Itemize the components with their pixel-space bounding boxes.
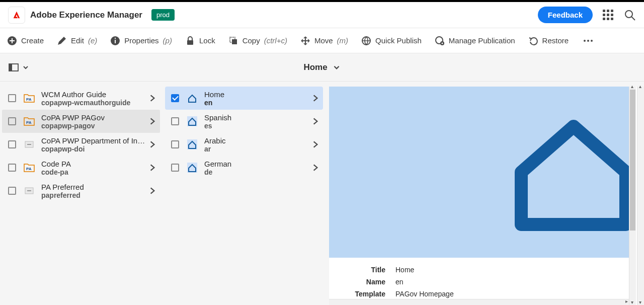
lock-label: Lock: [199, 36, 215, 45]
restore-icon: [528, 36, 538, 46]
item-name: code-pa: [41, 168, 148, 176]
item-title: Code PA: [41, 160, 148, 168]
meta-name-value: en: [395, 278, 404, 286]
chevron-right-icon: [148, 140, 157, 149]
info-circle-icon: [110, 36, 120, 46]
item-title: CoPA PWP PAGov: [41, 113, 148, 122]
checkbox[interactable]: [8, 117, 16, 125]
item-title: Spanish: [204, 113, 311, 122]
quick-publish-button[interactable]: Quick Publish: [361, 36, 422, 46]
svg-text:PA: PA: [26, 167, 32, 171]
item-name: copapwp-pagov: [41, 122, 148, 130]
manage-publication-button[interactable]: Manage Publication: [435, 36, 515, 46]
scrollbar-horizontal[interactable]: ▸: [329, 299, 629, 305]
item-name: de: [204, 168, 311, 176]
chevron-down-icon: [22, 64, 29, 71]
search-icon[interactable]: [624, 9, 636, 21]
move-button[interactable]: Move (m): [300, 36, 348, 46]
edit-button[interactable]: Edit (e): [57, 36, 97, 46]
checkbox[interactable]: [8, 164, 16, 172]
meta-title-value: Home: [395, 266, 414, 274]
list-item[interactable]: PA Code PAcode-pa: [2, 156, 160, 179]
checkbox[interactable]: [171, 94, 179, 102]
list-item[interactable]: Homeen: [165, 87, 323, 110]
list-item[interactable]: PA CoPA PWP PAGovcopapwp-pagov: [2, 110, 160, 133]
list-item[interactable]: PA Preferredpapreferred: [2, 179, 160, 202]
checkbox[interactable]: [8, 187, 16, 195]
properties-button[interactable]: Properties (p): [110, 36, 172, 46]
checkbox[interactable]: [8, 140, 16, 148]
column-pages: Homeen Spanishes Arabicar Germande: [163, 82, 326, 305]
item-title: German: [204, 160, 311, 168]
copy-label: Copy: [243, 36, 260, 45]
breadcrumb[interactable]: Home: [303, 62, 340, 72]
item-title: CoPA PWP Department of Ins…: [41, 136, 148, 145]
copy-icon: [228, 36, 238, 46]
edit-label: Edit: [71, 36, 84, 45]
list-item[interactable]: PA WCM Author Guidecopapwp-wcmauthorguid…: [2, 87, 160, 110]
plus-circle-icon: [7, 36, 17, 46]
chevron-right-icon: [311, 140, 320, 149]
svg-rect-10: [232, 39, 237, 44]
page-home-icon: [186, 92, 198, 104]
preview-metadata: Title Home Name en Template PAGov Homepa…: [329, 258, 644, 300]
chevron-right-icon: [311, 117, 320, 126]
app-title: Adobe Experience Manager: [30, 10, 142, 20]
lock-icon: [185, 36, 195, 46]
create-label: Create: [21, 36, 44, 45]
secondary-bar: Home: [0, 53, 644, 82]
meta-row-template: Template PAGov Homepage: [340, 288, 633, 300]
item-name: es: [204, 122, 311, 130]
checkbox[interactable]: [171, 164, 179, 172]
chevron-right-icon: [311, 163, 320, 172]
item-name: ar: [204, 145, 311, 153]
move-shortcut: (m): [337, 36, 349, 45]
restore-button[interactable]: Restore: [528, 36, 569, 46]
preview-thumbnail: [329, 87, 629, 258]
item-title: Arabic: [204, 136, 311, 145]
create-button[interactable]: Create: [7, 36, 44, 46]
list-item[interactable]: CoPA PWP Department of Ins…copapwp-doi: [2, 133, 160, 156]
list-item[interactable]: Germande: [165, 156, 323, 179]
svg-rect-6: [115, 40, 116, 43]
page-home-icon: [186, 138, 198, 150]
meta-row-title: Title Home: [340, 264, 633, 276]
svg-point-16: [441, 42, 443, 44]
globe-gear-icon: [435, 36, 445, 46]
chevron-right-icon: [148, 163, 157, 172]
svg-rect-8: [187, 40, 193, 45]
svg-text:PA: PA: [26, 97, 32, 102]
item-name: copapwp-doi: [41, 145, 148, 153]
item-title: WCM Author Guide: [41, 90, 148, 99]
svg-point-0: [625, 11, 632, 18]
checkbox[interactable]: [171, 117, 179, 125]
item-name: en: [204, 99, 311, 107]
quick-publish-label: Quick Publish: [375, 36, 422, 45]
move-icon: [300, 36, 310, 46]
checkbox[interactable]: [8, 94, 16, 102]
item-title: Home: [204, 90, 311, 99]
folder-generic-icon: [23, 185, 35, 197]
properties-shortcut: (p): [163, 36, 172, 45]
meta-name-label: Name: [340, 278, 385, 286]
action-toolbar: Create Edit (e) Properties (p) Lock Copy…: [0, 28, 644, 53]
chevron-down-icon: [333, 63, 341, 71]
lock-button[interactable]: Lock: [185, 36, 215, 46]
app-header: Adobe Experience Manager prod Feedback: [0, 2, 644, 28]
item-name: copapwp-wcmauthorguide: [41, 99, 148, 107]
feedback-button[interactable]: Feedback: [538, 7, 593, 23]
scrollbar-vertical[interactable]: ▴▾: [629, 87, 636, 305]
adobe-logo[interactable]: [8, 7, 25, 24]
list-item[interactable]: Arabicar: [165, 133, 323, 156]
scrollbar-vertical-outer[interactable]: ▴▾: [637, 87, 644, 305]
more-actions-button[interactable]: [582, 38, 595, 44]
folder-generic-icon: [23, 138, 35, 150]
copy-button[interactable]: Copy (ctrl+c): [228, 36, 287, 46]
rail-toggle[interactable]: [8, 62, 29, 73]
apps-grid-icon[interactable]: [603, 10, 614, 21]
env-badge: prod: [151, 9, 175, 21]
checkbox[interactable]: [171, 140, 179, 148]
pencil-icon: [57, 36, 67, 46]
list-item[interactable]: Spanishes: [165, 110, 323, 133]
rail-icon: [8, 62, 19, 73]
